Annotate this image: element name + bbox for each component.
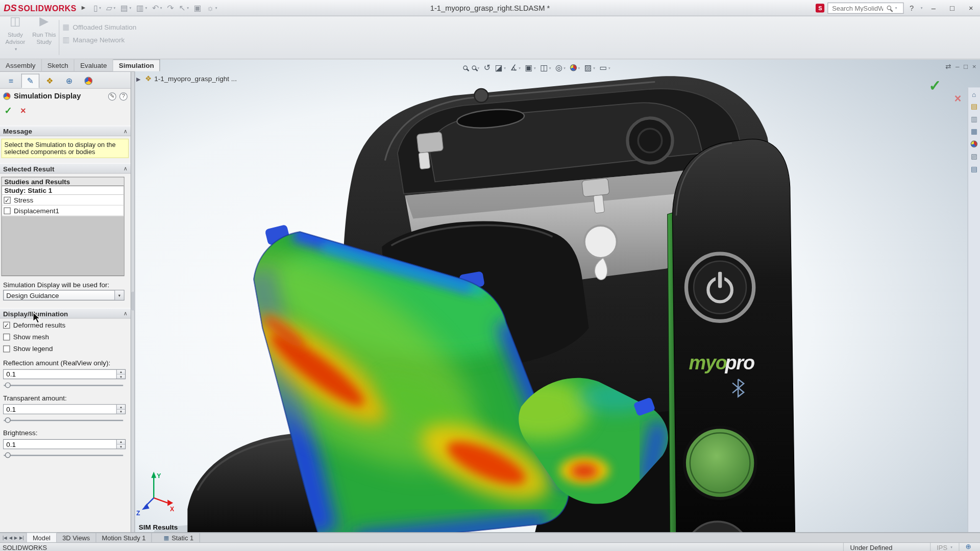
display-style-button[interactable]: ◫▾ (538, 61, 553, 73)
reflection-amount-slider[interactable] (4, 382, 123, 389)
deformed-results-checkbox[interactable]: ✓ (3, 321, 10, 328)
doc-close-button[interactable]: × (972, 62, 976, 70)
offloaded-simulation-button[interactable]: ▦ Offloaded Simulation (62, 22, 136, 31)
feature-tree-flyout-arrow[interactable]: ▶ (136, 76, 140, 82)
tab-sketch[interactable]: Sketch (42, 59, 75, 71)
tab-3d-views[interactable]: 3D Views (57, 533, 96, 542)
reflection-amount-input[interactable] (4, 370, 116, 379)
tab-motion-study-1[interactable]: Motion Study 1 (96, 533, 152, 542)
confirm-ok-button[interactable]: ✓ (928, 77, 941, 94)
slider-thumb[interactable] (5, 417, 11, 423)
displacement-checkbox[interactable] (4, 207, 10, 214)
tab-model[interactable]: Model (27, 533, 57, 542)
table-row[interactable]: Displacement1 (2, 206, 124, 216)
slider-track[interactable] (4, 420, 123, 421)
apply-scene-button[interactable]: ▨▾ (582, 61, 597, 73)
select-button[interactable]: ↖▾ (177, 2, 191, 14)
pin-icon[interactable]: ✎ (108, 92, 116, 101)
brightness-slider[interactable] (4, 452, 123, 459)
hide-show-items-button[interactable]: ◎▾ (553, 61, 567, 73)
help-dropdown-arrow[interactable]: ▾ (921, 6, 923, 10)
configurationmanager-tab[interactable]: ❖ (41, 73, 59, 88)
doc-minimize-button[interactable]: – (955, 62, 960, 70)
spin-up-icon[interactable]: ▲ (117, 440, 125, 444)
breadcrumb[interactable]: ❖ 1-1_myopro_grasp_right ... (145, 74, 237, 83)
slider-thumb[interactable] (5, 382, 11, 388)
slider-thumb[interactable] (5, 453, 11, 458)
reflection-amount-spinbox[interactable]: ▲▼ (3, 369, 126, 380)
dimxpertmanager-tab[interactable]: ⊕ (60, 73, 79, 88)
show-mesh-checkbox[interactable] (3, 333, 10, 340)
study-advisor-button[interactable]: ◫ Study Advisor ▾ (1, 18, 29, 57)
view-settings-button[interactable]: ▭▾ (598, 61, 612, 73)
undo-button[interactable]: ↶▾ (150, 2, 164, 14)
scroll-prev-icon[interactable]: ◀ (9, 535, 12, 540)
search-input[interactable] (831, 4, 885, 12)
deformed-results-option[interactable]: ✓ Deformed results (0, 318, 131, 330)
slider-track[interactable] (4, 385, 123, 386)
brightness-spinbox[interactable]: ▲▼ (3, 439, 126, 449)
panel-help-icon[interactable]: ? (119, 92, 128, 101)
appearances-scenes-icon[interactable] (968, 139, 979, 149)
transparent-amount-spinbox[interactable]: ▲▼ (3, 404, 126, 414)
window-close-button[interactable]: × (963, 2, 979, 14)
tab-static-1[interactable]: ▦ Static 1 (158, 533, 200, 542)
show-legend-option[interactable]: Show legend (0, 342, 131, 354)
manage-network-button[interactable]: ▥ Manage Network (62, 36, 125, 44)
transparent-amount-slider[interactable] (4, 417, 123, 424)
study-row[interactable]: Study: Static 1 (2, 186, 124, 195)
redo-button[interactable]: ↷ (165, 2, 176, 14)
edit-appearance-button[interactable]: ▾ (568, 61, 582, 73)
tab-evaluate[interactable]: Evaluate (75, 59, 113, 71)
spin-down-icon[interactable]: ▼ (117, 444, 125, 448)
spin-down-icon[interactable]: ▼ (117, 374, 125, 379)
ok-button[interactable]: ✓ (5, 105, 12, 116)
featuremanager-tab[interactable]: ≡ (2, 73, 20, 88)
propertymanager-tab[interactable]: ✎ (21, 73, 40, 88)
section-view-button[interactable]: ◪▾ (493, 61, 508, 73)
table-row[interactable]: ✓ Stress (2, 195, 124, 206)
scroll-last-icon[interactable]: ▶| (19, 535, 24, 540)
previous-view-button[interactable]: ↺ (482, 61, 493, 73)
scroll-first-icon[interactable]: |◀ (3, 535, 7, 540)
tab-simulation[interactable]: Simulation (113, 59, 160, 71)
dropdown-arrow-icon[interactable]: ▼ (114, 290, 124, 299)
message-section-header[interactable]: Message ∧ (0, 126, 131, 136)
spin-down-icon[interactable]: ▼ (117, 410, 125, 414)
slider-track[interactable] (4, 455, 123, 456)
file-explorer-icon[interactable]: ▥ (968, 114, 979, 124)
scroll-next-icon[interactable]: ▶ (14, 535, 18, 540)
window-minimize-button[interactable]: – (925, 2, 941, 14)
transparent-amount-input[interactable] (4, 405, 116, 413)
help-button[interactable]: ? (907, 4, 916, 12)
new-document-button[interactable]: ▯▾ (91, 2, 103, 14)
web-globe-icon[interactable]: ⊕ (959, 543, 977, 551)
panel-splitter[interactable] (131, 72, 135, 532)
doc-restore-button[interactable]: □ (964, 62, 968, 70)
design-library-icon[interactable]: ▤ (968, 101, 979, 112)
search-dropdown-arrow[interactable]: ▾ (895, 6, 897, 10)
view-palette-icon[interactable]: ▦ (968, 126, 979, 137)
print-button[interactable]: ▥▾ (134, 2, 149, 14)
window-restore-button[interactable]: □ (944, 2, 960, 14)
zoom-area-button[interactable]: ▾ (470, 61, 481, 73)
solidworks-resources-icon[interactable]: ⌂ (968, 89, 979, 99)
rebuild-button[interactable]: ▣ (192, 2, 203, 14)
save-button[interactable]: ▤▾ (118, 2, 133, 14)
open-button[interactable]: ▱▾ (104, 2, 117, 14)
cancel-button[interactable]: × (20, 105, 26, 116)
3d-viewport-canvas[interactable]: myo pro Y X Z (135, 59, 980, 532)
selected-result-section-header[interactable]: Selected Result ∧ (0, 163, 131, 174)
measure-button[interactable]: ∡▾ (508, 61, 523, 73)
menu-expand-arrow[interactable]: ▶ (82, 5, 86, 11)
spin-up-icon[interactable]: ▲ (117, 405, 125, 409)
show-mesh-option[interactable]: Show mesh (0, 331, 131, 342)
options-button[interactable]: ☼▾ (205, 2, 219, 14)
brightness-input[interactable] (4, 440, 116, 448)
study-advisor-flyout-arrow[interactable]: ▾ (15, 46, 17, 53)
view-orientation-button[interactable]: ▣▾ (523, 61, 538, 73)
stress-checkbox[interactable]: ✓ (4, 196, 10, 203)
units-selector[interactable]: IPS ▾ (930, 543, 959, 551)
green-button[interactable] (684, 428, 756, 499)
run-this-study-button[interactable]: ▶ Run This Study (30, 18, 58, 57)
